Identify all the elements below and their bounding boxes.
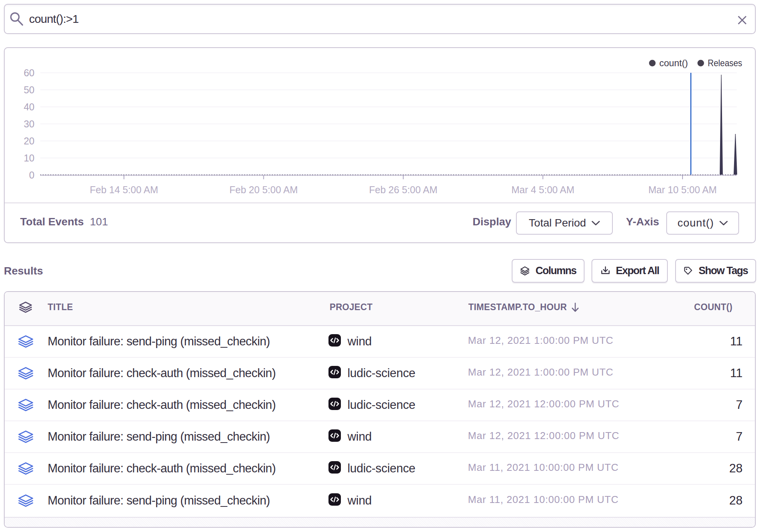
svg-text:50: 50 — [24, 84, 34, 95]
svg-text:Feb 26 5:00 AM: Feb 26 5:00 AM — [369, 184, 438, 195]
svg-text:20: 20 — [24, 136, 34, 146]
svg-text:Mar 10 5:00 AM: Mar 10 5:00 AM — [648, 184, 717, 195]
svg-text:count(): count() — [659, 58, 688, 68]
svg-text:Feb 20 5:00 AM: Feb 20 5:00 AM — [229, 184, 298, 195]
svg-text:Feb 14 5:00 AM: Feb 14 5:00 AM — [90, 184, 158, 195]
svg-text:40: 40 — [24, 101, 34, 112]
svg-text:10: 10 — [24, 153, 34, 163]
svg-text:30: 30 — [24, 118, 34, 129]
svg-text:Releases: Releases — [708, 58, 742, 68]
svg-text:0: 0 — [29, 170, 34, 180]
svg-text:60: 60 — [24, 67, 34, 78]
svg-text:Mar 4 5:00 AM: Mar 4 5:00 AM — [511, 184, 574, 195]
